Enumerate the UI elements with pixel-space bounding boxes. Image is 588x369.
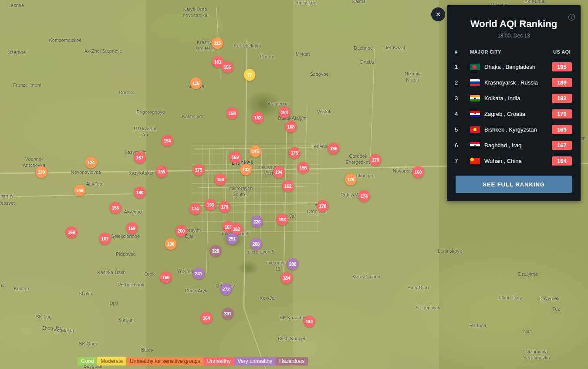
column-city: MAJOR CITY [470,49,552,54]
aqi-marker[interactable]: 146 [74,185,86,196]
aqi-badge: 189 [552,78,572,87]
aqi-marker[interactable]: 174 [358,190,370,202]
ranking-row[interactable]: 4Zagreb , Croatia170 [447,106,581,122]
aqi-marker[interactable]: 152 [252,112,264,124]
aqi-marker[interactable]: 156 [222,61,233,73]
aqi-marker[interactable]: 391 [222,308,234,320]
aqi-legend: GoodModerateUnhealthy for sensitive grou… [78,357,308,366]
aqi-marker[interactable]: 156 [297,162,309,174]
ranking-row[interactable]: 7Wuhan , China164 [447,153,581,169]
aqi-marker[interactable]: 251 [226,233,238,245]
city-name: Dhaka , Bangladesh [484,64,552,70]
aqi-marker[interactable]: 184 [281,272,293,284]
column-aqi: US AQI [552,49,572,54]
ranking-row[interactable]: 1Dhaka , Bangladesh195 [447,59,581,74]
rank-number: 1 [455,64,470,70]
aqi-marker[interactable]: 328 [210,245,222,257]
aqi-marker[interactable]: 168 [285,121,297,133]
aqi-marker[interactable]: 158 [226,108,238,119]
india-flag-icon [470,95,480,102]
kyrgyzstan-flag-icon [470,126,480,133]
aqi-marker[interactable]: 139 [36,166,47,178]
aqi-marker[interactable]: 175 [289,147,301,159]
rank-number: 6 [455,142,470,149]
ranking-table-header: # MAJOR CITY US AQI [455,49,572,54]
city-name: Krasnoyarsk , Russia [484,79,552,86]
aqi-badge: 164 [552,156,572,166]
ranking-row[interactable]: 2Krasnoyarsk , Russia189 [447,74,581,90]
aqi-marker[interactable]: 160 [412,166,424,178]
aqi-marker[interactable]: 126 [345,174,357,186]
rank-number: 4 [455,111,470,117]
legend-item-hazardous: Hazardous [276,357,308,366]
aqi-marker[interactable]: 124 [85,157,97,169]
aqi-marker[interactable]: 272 [220,284,232,295]
aqi-marker[interactable]: 241 [193,268,205,280]
aqi-marker[interactable]: 156 [110,202,122,214]
aqi-marker[interactable]: 167 [99,233,111,245]
aqi-marker[interactable]: 208 [250,238,262,250]
aqi-marker[interactable]: 145 [250,146,261,157]
aqi-marker[interactable]: 133 [240,164,252,176]
info-icon[interactable]: i [568,14,575,20]
city-name: Zagreb , Croatia [484,111,552,117]
column-rank: # [455,49,470,54]
ranking-row[interactable]: 5Bishkek , Kyrgyzstan169 [447,122,581,137]
ranking-row[interactable]: 3Kolkata , India182 [447,90,581,106]
ranking-timestamp: 18:00, Dec 13 [447,33,581,39]
panel-title: World AQI Ranking [447,18,581,30]
aqi-badge: 167 [552,141,572,150]
aqi-marker[interactable]: 175 [193,164,205,176]
aqi-marker[interactable]: 179 [219,201,231,213]
aqi-marker[interactable]: 194 [273,166,285,178]
aqi-marker[interactable]: 174 [189,203,201,215]
aqi-marker[interactable]: 154 [162,135,173,147]
aqi-marker[interactable]: 178 [317,200,329,212]
aqi-marker[interactable]: 169 [66,227,78,238]
rank-number: 7 [455,158,470,164]
croatia-flag-icon [470,111,480,117]
aqi-marker[interactable]: 115 [212,37,223,49]
aqi-marker[interactable]: 162 [282,180,294,192]
aqi-marker[interactable]: 158 [215,174,226,186]
aqi-marker[interactable]: 220 [251,216,263,228]
legend-item-very-unhealthy: Very unhealthy [234,357,276,366]
aqi-marker[interactable]: 186 [328,143,340,155]
city-name: Baghdad , Iraq [484,142,552,149]
aqi-marker[interactable]: 200 [176,225,187,237]
rank-number: 5 [455,126,470,133]
aqi-badge: 182 [552,94,572,103]
aqi-marker[interactable]: 164 [304,316,315,328]
iraq-flag-icon [470,142,480,149]
close-icon[interactable]: ✕ [431,7,445,21]
legend-item-moderate: Moderate [97,357,126,366]
aqi-marker[interactable]: 193 [205,199,216,211]
legend-item-good: Good [78,357,97,366]
rank-number: 3 [455,95,470,102]
see-full-ranking-button[interactable]: SEE FULL RANKING [456,176,572,193]
ranking-row[interactable]: 6Baghdad , Iraq167 [447,137,581,153]
city-name: Wuhan , China [484,158,552,164]
aqi-marker[interactable]: 155 [156,166,168,178]
aqi-badge: 195 [552,62,572,71]
bangladesh-flag-icon [470,64,480,70]
legend-item-unhealthy-for-sensitive-groups: Unhealthy for sensitive groups [126,357,203,366]
ranking-rows: 1Dhaka , Bangladesh1952Krasnoyarsk , Rus… [447,59,581,169]
aqi-marker[interactable]: 164 [201,312,213,324]
aqi-marker[interactable]: 167 [134,152,146,164]
aqi-marker[interactable]: 164 [279,107,291,118]
aqi-marker[interactable]: 169 [126,223,138,234]
aqi-marker[interactable]: 280 [287,258,299,270]
aqi-marker[interactable]: 130 [165,238,177,250]
aqi-marker[interactable]: 170 [370,154,382,166]
aqi-marker[interactable]: 193 [277,214,288,226]
china-flag-icon [470,158,480,164]
aqi-marker[interactable]: 115 [190,78,202,89]
rank-number: 2 [455,79,470,86]
aqi-badge: 169 [552,125,572,134]
aqi-marker[interactable]: 180 [134,187,146,199]
city-name: Bishkek , Kyrgyzstan [484,126,552,133]
aqi-marker[interactable]: 166 [160,272,172,284]
aqi-marker[interactable]: 169 [230,152,241,163]
aqi-marker[interactable]: 77 [244,69,256,81]
